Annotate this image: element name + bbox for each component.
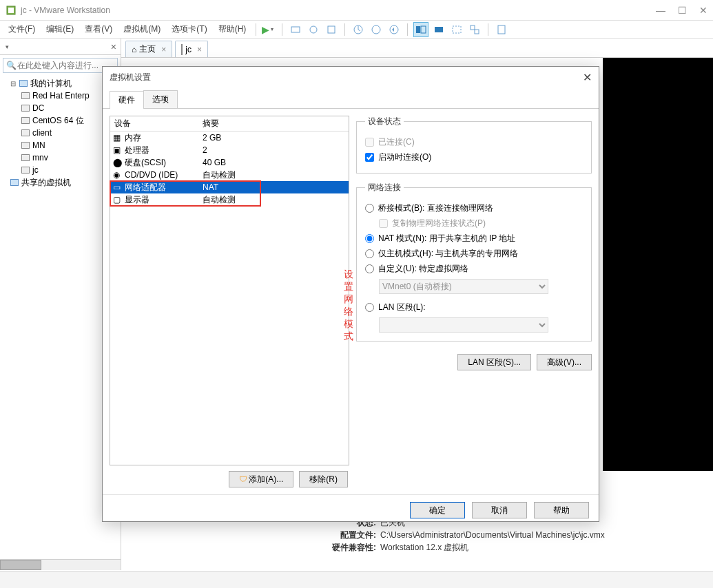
- svg-rect-11: [453, 26, 461, 33]
- disk-icon: ⬤: [113, 158, 123, 167]
- menu-tabs[interactable]: 选项卡(T): [166, 21, 212, 37]
- vm-preview: [603, 58, 713, 471]
- sidebar-tab[interactable]: ▾ ×: [0, 39, 121, 55]
- dialog-title: 虚拟机设置: [110, 72, 151, 83]
- cancel-button[interactable]: 取消: [472, 502, 527, 518]
- help-button[interactable]: 帮助: [534, 502, 589, 518]
- vm-icon: [21, 103, 30, 113]
- connect-at-poweron-checkbox[interactable]: 启动时连接(O): [365, 149, 583, 165]
- snapshot-icon[interactable]: [351, 22, 366, 37]
- chevron-down-icon: ▾: [6, 43, 9, 50]
- view-mode-1-icon[interactable]: [413, 22, 428, 37]
- tab-close-icon[interactable]: ×: [161, 45, 166, 54]
- hw-row-display[interactable]: ▢显示器自动检测: [110, 193, 349, 206]
- vm-icon: [21, 91, 30, 101]
- fullscreen-icon[interactable]: [449, 22, 464, 37]
- unity-icon[interactable]: [467, 22, 482, 37]
- svg-rect-1: [8, 8, 14, 13]
- menu-help[interactable]: 帮助(H): [213, 21, 252, 37]
- ok-button[interactable]: 确定: [410, 502, 465, 518]
- vm-settings-dialog: 虚拟机设置 ✕ 硬件 选项 设置网络模式 设备 摘要 ▦内存2 GB ▣处理器2…: [102, 66, 599, 522]
- search-icon: 🔍: [6, 61, 17, 70]
- tb-icon-3[interactable]: [324, 22, 339, 37]
- content-tabbar: ⌂ 主页 × jc ×: [121, 39, 713, 58]
- power-dropdown[interactable]: ▾: [271, 26, 278, 32]
- radio-bridged[interactable]: 桥接模式(B): 直接连接物理网络: [365, 200, 583, 216]
- power-on-button[interactable]: ▶: [260, 24, 271, 35]
- tb-icon-1[interactable]: [288, 22, 303, 37]
- hw-row-memory[interactable]: ▦内存2 GB: [110, 132, 349, 144]
- dialog-close-button[interactable]: ✕: [583, 71, 592, 84]
- radio-lan-segment[interactable]: LAN 区段(L):: [365, 300, 583, 315]
- close-button[interactable]: ✕: [699, 5, 707, 16]
- radio-nat[interactable]: NAT 模式(N): 用于共享主机的 IP 地址: [365, 231, 583, 246]
- app-icon: [6, 5, 17, 16]
- shared-icon: [10, 178, 19, 187]
- vm-icon: [21, 153, 30, 162]
- minimize-button[interactable]: —: [656, 5, 665, 16]
- svg-point-3: [310, 26, 317, 33]
- tab-jc[interactable]: jc ×: [175, 41, 208, 57]
- device-status-group: 设备状态 已连接(C) 启动时连接(O): [356, 116, 592, 174]
- svg-rect-4: [328, 26, 335, 33]
- vm-icon: [181, 45, 183, 54]
- menubar: 文件(F) 编辑(E) 查看(V) 虚拟机(M) 选项卡(T) 帮助(H) ▶ …: [0, 21, 713, 39]
- sidebar-close-icon[interactable]: ×: [111, 41, 116, 52]
- svg-rect-10: [435, 27, 443, 32]
- red-annotation: 设置网络模式: [344, 269, 353, 343]
- menu-vm[interactable]: 虚拟机(M): [118, 21, 166, 37]
- sidebar-scrollbar[interactable]: [0, 559, 121, 570]
- hardware-list: 设备 摘要 ▦内存2 GB ▣处理器2 ⬤硬盘(SCSI)40 GB ◉CD/D…: [110, 116, 349, 465]
- hw-row-network[interactable]: ▭网络适配器NAT: [110, 181, 349, 193]
- display-icon: ▢: [113, 195, 123, 204]
- snapshot-mgr-icon[interactable]: [369, 22, 384, 37]
- snapshot-revert-icon[interactable]: [386, 22, 402, 37]
- radio-custom[interactable]: 自定义(U): 特定虚拟网络: [365, 261, 583, 276]
- hardware-detail-panel: 设备状态 已连接(C) 启动时连接(O) 网络连接 桥接模式(B): 直接连接物…: [356, 116, 592, 487]
- menu-edit[interactable]: 编辑(E): [41, 21, 79, 37]
- svg-rect-2: [291, 27, 300, 32]
- titlebar: jc - VMware Workstation — ☐ ✕: [0, 0, 713, 21]
- menu-file[interactable]: 文件(F): [3, 21, 41, 37]
- tab-home[interactable]: ⌂ 主页 ×: [125, 41, 172, 57]
- view-mode-2-icon[interactable]: [431, 22, 446, 37]
- vm-icon: [21, 165, 30, 175]
- replicate-checkbox: 复制物理网络连接状态(P): [365, 216, 583, 231]
- tab-close-icon[interactable]: ×: [197, 45, 202, 54]
- maximize-button[interactable]: ☐: [678, 5, 687, 16]
- dialog-tabs: 硬件 选项: [103, 87, 599, 109]
- svg-rect-14: [498, 25, 505, 34]
- tab-hardware[interactable]: 硬件: [110, 91, 144, 109]
- vm-icon: [21, 116, 30, 125]
- svg-rect-13: [475, 30, 479, 34]
- library-search-input[interactable]: [3, 58, 118, 73]
- svg-rect-12: [471, 25, 475, 30]
- cd-icon: ◉: [113, 170, 123, 180]
- tab-options[interactable]: 选项: [143, 90, 178, 108]
- library-icon[interactable]: [494, 22, 509, 37]
- add-hardware-button[interactable]: 🛡添加(A)...: [229, 471, 293, 487]
- network-icon: ▭: [113, 182, 123, 192]
- dialog-footer: 确定 取消 帮助: [103, 494, 599, 525]
- network-connection-group: 网络连接 桥接模式(B): 直接连接物理网络 复制物理网络连接状态(P) NAT…: [356, 182, 592, 342]
- tb-icon-2[interactable]: [306, 22, 321, 37]
- lan-segments-button[interactable]: LAN 区段(S)...: [457, 354, 531, 370]
- shield-icon: 🛡: [239, 474, 247, 484]
- advanced-button[interactable]: 高级(V)...: [537, 354, 592, 370]
- remove-hardware-button[interactable]: 移除(R): [299, 471, 348, 487]
- radio-hostonly[interactable]: 仅主机模式(H): 与主机共享的专用网络: [365, 246, 583, 261]
- vm-icon: [21, 140, 30, 150]
- connected-checkbox: 已连接(C): [365, 134, 583, 149]
- statusbar: [0, 571, 713, 588]
- hw-row-cddvd[interactable]: ◉CD/DVD (IDE)自动检测: [110, 169, 349, 181]
- window-title: jc - VMware Workstation: [21, 6, 110, 15]
- hw-row-disk[interactable]: ⬤硬盘(SCSI)40 GB: [110, 156, 349, 169]
- hw-row-cpu[interactable]: ▣处理器2: [110, 144, 349, 156]
- memory-icon: ▦: [113, 133, 123, 143]
- svg-point-6: [372, 25, 380, 34]
- menu-view[interactable]: 查看(V): [79, 21, 118, 37]
- home-icon: ⌂: [132, 45, 136, 54]
- vm-icon: [21, 128, 30, 138]
- vmnet-select: VMnet0 (自动桥接): [379, 279, 548, 294]
- hardware-list-header: 设备 摘要: [110, 116, 349, 132]
